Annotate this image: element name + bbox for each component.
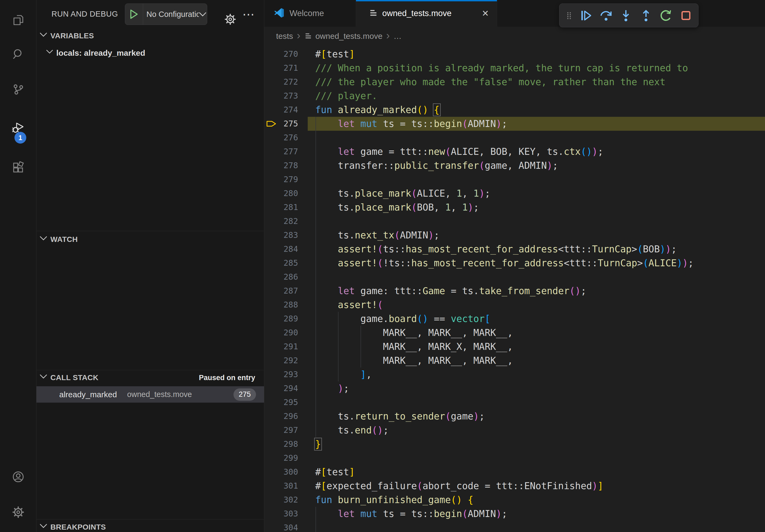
- stack-frame-row[interactable]: already_marked owned_tests.move 275: [36, 386, 264, 402]
- breadcrumb-symbol[interactable]: …: [393, 32, 401, 41]
- section-header-variables[interactable]: VARIABLES: [36, 28, 264, 43]
- breakpoint-slot[interactable]: [266, 245, 278, 253]
- debug-settings-gear-icon[interactable]: [224, 13, 237, 27]
- gutter[interactable]: 301: [264, 479, 315, 493]
- code-line[interactable]: 299: [264, 451, 765, 465]
- gutter[interactable]: 302: [264, 493, 315, 507]
- code-line[interactable]: 284 assert!(ts::has_most_recent_for_addr…: [264, 242, 765, 256]
- gutter[interactable]: 278: [264, 158, 315, 172]
- tab-owned-tests[interactable]: owned_tests.move ✕: [356, 0, 497, 27]
- code-line[interactable]: 271/// When a position is already marked…: [264, 61, 765, 75]
- breakpoint-slot[interactable]: [266, 273, 278, 281]
- breakpoint-slot[interactable]: [266, 371, 278, 378]
- step-into-icon[interactable]: [618, 8, 633, 23]
- breakpoint-slot[interactable]: [266, 259, 278, 267]
- launch-configuration-dropdown[interactable]: No Configurations: [125, 3, 207, 25]
- more-actions-icon[interactable]: ⋯: [242, 7, 255, 21]
- gutter[interactable]: 296: [264, 409, 315, 423]
- code-line[interactable]: 302fun burn_unfinished_game() {: [264, 493, 765, 507]
- gutter[interactable]: 277: [264, 145, 315, 158]
- gutter[interactable]: 273: [264, 89, 315, 103]
- code-line[interactable]: 290 MARK__, MARK__, MARK__,: [264, 326, 765, 340]
- breakpoint-slot[interactable]: [266, 524, 278, 531]
- code-line[interactable]: 296 ts.return_to_sender(game);: [264, 409, 765, 423]
- code-line[interactable]: 282: [264, 214, 765, 228]
- gutter[interactable]: 304: [264, 521, 315, 532]
- gutter[interactable]: 294: [264, 382, 315, 396]
- gutter[interactable]: 287: [264, 284, 315, 298]
- code-line[interactable]: 278 transfer::public_transfer(game, ADMI…: [264, 158, 765, 172]
- gutter[interactable]: 285: [264, 256, 315, 270]
- code-line[interactable]: 287 let game: ttt::Game = ts.take_from_s…: [264, 284, 765, 298]
- search-icon[interactable]: [12, 47, 25, 60]
- breakpoint-slot[interactable]: [266, 176, 278, 183]
- breakpoint-slot[interactable]: [266, 454, 278, 462]
- gutter[interactable]: 281: [264, 200, 315, 214]
- breakpoint-slot[interactable]: [266, 204, 278, 211]
- restart-icon[interactable]: [658, 8, 673, 23]
- gutter[interactable]: 271: [264, 61, 315, 75]
- code-line[interactable]: 283 ts.next_tx(ADMIN);: [264, 228, 765, 242]
- breakpoint-slot[interactable]: [266, 426, 278, 434]
- close-icon[interactable]: ✕: [482, 8, 489, 19]
- gutter[interactable]: 303: [264, 507, 315, 521]
- breakpoint-slot[interactable]: [266, 412, 278, 420]
- stop-icon[interactable]: [678, 8, 693, 23]
- breakpoint-slot[interactable]: [266, 287, 278, 295]
- code-line[interactable]: 291 MARK__, MARK_X, MARK__,: [264, 340, 765, 354]
- breakpoint-slot[interactable]: [266, 134, 278, 141]
- breakpoint-slot[interactable]: [266, 106, 278, 114]
- breakpoint-slot[interactable]: [266, 482, 278, 490]
- code-line[interactable]: 280 ts.place_mark(ALICE, 1, 1);: [264, 186, 765, 200]
- gutter[interactable]: 289: [264, 312, 315, 326]
- gutter[interactable]: 279: [264, 172, 315, 186]
- breadcrumb-file[interactable]: owned_tests.move: [316, 32, 382, 41]
- gutter[interactable]: 291: [264, 340, 315, 354]
- breakpoint-slot[interactable]: [266, 440, 278, 448]
- breakpoint-slot[interactable]: [266, 399, 278, 406]
- extensions-icon[interactable]: [12, 161, 25, 174]
- breakpoint-slot[interactable]: [266, 343, 278, 350]
- step-over-icon[interactable]: [598, 8, 613, 23]
- code-line[interactable]: 273/// player.: [264, 89, 765, 103]
- gutter[interactable]: 293: [264, 368, 315, 382]
- code-line[interactable]: 301#[expected_failure(abort_code = ttt::…: [264, 479, 765, 493]
- breakpoint-slot[interactable]: [266, 385, 278, 392]
- code-line[interactable]: 294 );: [264, 382, 765, 396]
- breakpoint-slot[interactable]: [266, 148, 278, 155]
- breakpoint-slot[interactable]: [266, 357, 278, 364]
- section-header-breakpoints[interactable]: BREAKPOINTS: [36, 520, 264, 532]
- breakpoint-slot[interactable]: [266, 301, 278, 309]
- code-line[interactable]: 297 ts.end();: [264, 423, 765, 437]
- gutter[interactable]: 295: [264, 396, 315, 409]
- gutter[interactable]: 297: [264, 423, 315, 437]
- step-out-icon[interactable]: [638, 8, 653, 23]
- tab-welcome[interactable]: Welcome: [264, 0, 356, 27]
- debug-stackframe-icon[interactable]: [266, 120, 278, 128]
- code-line[interactable]: 288 assert!(: [264, 298, 765, 312]
- source-control-icon[interactable]: [12, 83, 25, 96]
- gutter[interactable]: 276: [264, 131, 315, 145]
- breakpoint-slot[interactable]: [266, 231, 278, 239]
- settings-gear-icon[interactable]: [12, 506, 25, 519]
- code-line[interactable]: 293 ],: [264, 368, 765, 382]
- code-area[interactable]: 270#[test]271/// When a position is alre…: [264, 46, 765, 532]
- breakpoint-slot[interactable]: [266, 217, 278, 225]
- run-and-debug-icon[interactable]: 1: [12, 122, 25, 134]
- code-line[interactable]: 304: [264, 521, 765, 532]
- gutter[interactable]: 298: [264, 437, 315, 451]
- code-line[interactable]: 270#[test]: [264, 47, 765, 61]
- explorer-icon[interactable]: [12, 14, 25, 27]
- gutter[interactable]: 283: [264, 228, 315, 242]
- gutter[interactable]: 284: [264, 242, 315, 256]
- code-line[interactable]: 286: [264, 270, 765, 284]
- code-line[interactable]: 279: [264, 172, 765, 186]
- breakpoint-slot[interactable]: [266, 496, 278, 504]
- gutter[interactable]: 272: [264, 75, 315, 89]
- continue-icon[interactable]: [578, 8, 593, 23]
- gutter[interactable]: 280: [264, 186, 315, 200]
- code-line[interactable]: 275 let mut ts = ts::begin(ADMIN);: [264, 117, 765, 131]
- breakpoint-slot[interactable]: [266, 50, 278, 58]
- code-line[interactable]: 295: [264, 396, 765, 409]
- gutter[interactable]: 300: [264, 465, 315, 479]
